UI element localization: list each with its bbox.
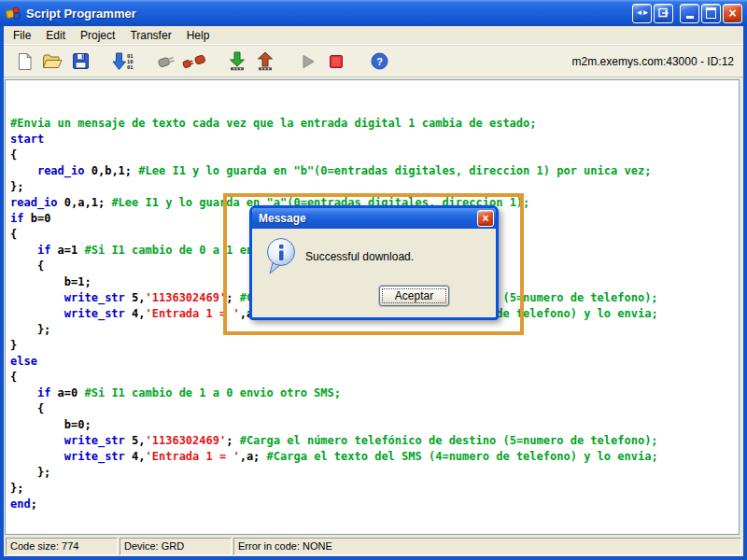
minimize-button[interactable] [680,4,699,23]
play-icon [301,54,316,69]
code-line: if a=0 #Si I1 cambio de 1 a 0 envio otro… [10,385,739,401]
left-right-arrows-icon: ◄► [636,9,649,17]
code-line: } [10,338,739,354]
window-export-icon [658,7,669,19]
dialog-title: Message [259,212,477,225]
menu-edit[interactable]: Edit [38,27,73,44]
svg-text:01: 01 [127,64,134,70]
code-line: write_str 5,'1136302469'; #Carga el núme… [10,433,739,449]
compile-button[interactable]: 01 10 01 [110,49,136,75]
plug-connect-icon [155,52,177,71]
detach-window-button[interactable] [654,4,673,23]
accept-button[interactable]: Aceptar [379,286,449,306]
close-icon: × [482,213,488,224]
maximize-icon [706,7,716,19]
maximize-button[interactable] [701,4,721,23]
open-button[interactable] [39,49,65,75]
connect-button[interactable] [153,49,179,75]
status-device: Device: GRD [120,538,232,555]
code-line: { [10,401,739,417]
app-logo-icon [5,6,21,21]
status-bar: Code size: 774 Device: GRD Error in code… [4,537,743,556]
close-icon: × [728,7,736,20]
status-code-size: Code size: 774 [6,538,118,555]
code-line: write_str 4,'Entrada 1 = ',a; #Carga el … [10,449,739,465]
close-button[interactable]: × [723,4,742,23]
window-title: Script Programmer [26,7,630,21]
code-line: }; [10,179,739,195]
dialog-message: Successful download. [305,250,414,263]
code-line: }; [10,322,739,338]
run-button[interactable] [295,49,321,75]
help-button[interactable]: ? [366,49,392,75]
toolbar: 01 10 01 [4,45,743,77]
screen: Script Programmer ◄► × File [0,0,747,560]
title-bar: Script Programmer ◄► × [0,0,747,26]
code-line: read_io 0,b,1; #Lee I1 y lo guarda en "b… [10,163,739,179]
minimize-icon [686,16,694,19]
menu-project[interactable]: Project [73,27,122,44]
connection-info: m2m.exemys.com:43000 - ID:12 [572,55,736,68]
menu-file[interactable]: File [6,27,38,44]
menu-transfer[interactable]: Transfer [122,27,178,44]
message-dialog: Message × [249,205,499,320]
dialog-body: Successful download. Aceptar [252,229,496,317]
new-button[interactable] [11,49,37,75]
open-folder-icon [42,53,63,70]
code-line: #Envia un mensaje de texto cada vez que … [10,116,739,132]
stop-button[interactable] [323,49,349,75]
dialog-title-bar[interactable]: Message × [252,208,496,229]
code-line: b=0; [10,417,739,433]
compile-binary-icon: 01 10 01 [112,52,135,71]
new-file-icon [17,52,33,71]
disconnect-button[interactable] [181,49,207,75]
code-line: { [10,147,739,163]
info-icon [264,237,300,280]
stop-icon [329,54,344,69]
upload-button[interactable] [252,49,278,75]
upload-arrow-icon [256,51,275,71]
save-button[interactable] [67,49,93,75]
menu-help[interactable]: Help [179,27,218,44]
download-button[interactable] [224,49,250,75]
code-line: end; [10,497,739,512]
code-line: }; [10,465,739,481]
plug-disconnect-icon [182,52,206,71]
svg-text:?: ? [376,56,383,67]
nav-arrows-button[interactable]: ◄► [632,4,652,23]
code-line: { [10,370,739,385]
dialog-close-button[interactable]: × [477,210,494,227]
status-error: Error in code: NONE [233,538,741,555]
save-floppy-icon [72,52,90,70]
menu-bar: File Edit Project Transfer Help [4,26,743,45]
download-arrow-icon [228,51,247,71]
code-line: else [10,354,739,370]
code-line: start [10,132,739,147]
help-icon: ? [371,52,388,70]
code-line: }; [10,481,739,497]
